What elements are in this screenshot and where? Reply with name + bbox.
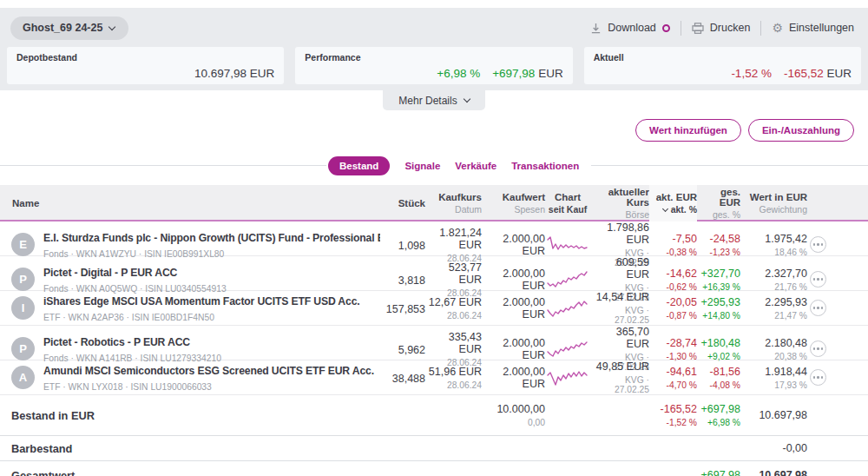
summary-depotbestand: Depotbestand 10.697,98 EUR	[7, 47, 284, 84]
avatar: E	[11, 233, 35, 256]
instrument-meta: Fonds · WKN A1WZYU · ISIN IE00B991XL80	[43, 249, 224, 259]
gewichtung-value: 18,46 %	[740, 248, 807, 257]
chevron-down-icon	[108, 23, 115, 30]
mehr-details-button[interactable]: Mehr Details	[383, 90, 484, 110]
gear-icon: ⚙	[772, 22, 783, 34]
footer-label: Bestand in EUR	[0, 409, 380, 422]
sum-wert: 10.697,98	[740, 409, 807, 421]
portfolio-header: Ghost_69 24-25 Download	[0, 8, 868, 90]
ges-pct-value: -4,08 %	[697, 380, 740, 390]
boerse-label: KVG · 27.02.25	[590, 375, 649, 394]
print-button[interactable]: Drucken	[692, 22, 751, 34]
akt-eur-value: -94,61	[649, 366, 697, 378]
akt-eur-value: -28,74	[649, 337, 697, 349]
kaufwert-value: 2.000,00 EUR	[482, 366, 545, 390]
download-label: Download	[608, 22, 656, 34]
gewichtung-value: 21,47 %	[740, 311, 807, 321]
aktueller-kurs-value: 365,70 EUR	[590, 326, 649, 350]
stueck-value: 38,488	[392, 373, 425, 385]
tab-transaktionen[interactable]: Transaktionen	[511, 161, 579, 171]
table-row[interactable]: I iShares Edge MSCI USA Momentum Factor …	[0, 291, 868, 326]
summary-label: Aktuell	[594, 52, 852, 63]
ges-eur-value: +295,93	[697, 296, 740, 308]
row-menu-button[interactable]	[810, 236, 826, 253]
instrument-name: Amundi MSCI Semiconductors ESG Screened …	[43, 365, 374, 377]
kauf-datum: 28.06.24	[425, 311, 482, 321]
performance-value: +6,98 %+697,98 EUR	[305, 67, 562, 80]
printer-icon	[692, 23, 704, 34]
col-header-kaufkurs[interactable]: KaufkursDatum	[425, 185, 482, 221]
table-row[interactable]: A Amundi MSCI Semiconductors ESG Screene…	[0, 360, 868, 395]
gewichtung-value: 21,76 %	[740, 282, 807, 292]
footer-label: Gesamtwert	[0, 469, 380, 476]
notification-dot-icon	[662, 24, 670, 32]
instrument-meta: ETF · WKN A2AP36 · ISIN IE00BD1F4N50	[43, 313, 214, 322]
instrument-meta: ETF · WKN LYX018 · ISIN LU1900066033	[43, 382, 212, 392]
divider	[760, 21, 761, 36]
avatar: P	[11, 337, 35, 360]
col-header-wert[interactable]: Wert in EURGewichtung	[740, 185, 807, 221]
portfolio-name: Ghost_69 24-25	[23, 22, 102, 34]
col-header-kaufwert[interactable]: KaufwertSpesen	[482, 185, 545, 221]
col-header-ges-eur[interactable]: ges. EURges. %	[697, 185, 740, 221]
avatar: P	[11, 268, 35, 291]
col-header-akt-eur[interactable]: akt. EURakt. %	[649, 185, 697, 221]
gewichtung-value: 20,38 %	[740, 352, 807, 361]
wert-value: 2.295,93	[740, 296, 807, 308]
col-header-stueck[interactable]: Stück	[380, 185, 425, 221]
col-header-aktueller-kurs[interactable]: aktueller KursBörse	[590, 185, 649, 221]
settings-label: Einstellungen	[789, 22, 854, 34]
instrument-name: iShares Edge MSCI USA Momentum Factor UC…	[43, 295, 360, 307]
kaufkurs-value: 335,43 EUR	[425, 331, 482, 355]
sparkline-chart	[547, 270, 589, 289]
row-menu-button[interactable]	[810, 271, 826, 288]
col-header-chart[interactable]: Chartseit Kauf	[545, 185, 590, 221]
wert-hinzufuegen-button[interactable]: Wert hinzufügen	[635, 119, 741, 142]
settings-button[interactable]: ⚙ Einstellungen	[772, 22, 854, 34]
portfolio-selector[interactable]: Ghost_69 24-25	[10, 17, 128, 40]
actions-row: Wert hinzufügen Ein-/Auszahlung	[0, 110, 868, 147]
footer-barbestand-row: Barbestand -0,00	[0, 436, 868, 461]
instrument-name: Pictet - Robotics - P EUR ACC	[43, 336, 190, 348]
table-row[interactable]: P Pictet - Digital - P EUR ACC Fonds · W…	[0, 256, 868, 291]
akt-pct-value: -0,87 %	[649, 311, 697, 321]
col-header-name[interactable]: Name	[0, 185, 380, 221]
row-menu-button[interactable]	[810, 340, 826, 357]
wert-value: 1.975,42	[740, 233, 807, 245]
tab-bestand[interactable]: Bestand	[328, 156, 390, 175]
ges-eur-value: -24,58	[697, 233, 740, 245]
row-menu-button[interactable]	[810, 369, 826, 386]
wert-value: 1.918,44	[740, 366, 807, 378]
mehr-details-label: Mehr Details	[398, 95, 457, 107]
sum-akt-eur: -165,52	[649, 403, 697, 415]
row-menu-button[interactable]	[810, 300, 826, 316]
sparkline-chart	[547, 368, 589, 387]
summary-aktuell: Aktuell -1,52 %-165,52 EUR	[584, 47, 861, 84]
table-row[interactable]: P Pictet - Robotics - P EUR ACC Fonds · …	[0, 326, 868, 360]
footer-label: Barbestand	[0, 442, 380, 455]
download-button[interactable]: Download	[590, 22, 670, 34]
sparkline-chart	[547, 299, 589, 318]
table-row[interactable]: E E.I. Sturdza Funds plc - Nippon Growth…	[0, 221, 868, 256]
kauf-datum: 28.06.24	[425, 380, 482, 390]
sparkline-chart	[547, 235, 589, 255]
akt-pct-value: -0,62 %	[649, 282, 697, 292]
ges-eur-value: +327,70	[697, 268, 740, 280]
ges-pct-value: +16,39 %	[697, 282, 740, 292]
akt-pct-value: -0,38 %	[649, 248, 697, 257]
stueck-value: 3,818	[398, 274, 425, 287]
divider	[681, 21, 681, 36]
chevron-down-icon	[463, 96, 470, 102]
ein-auszahlung-button[interactable]: Ein-/Auszahlung	[748, 119, 854, 142]
summary-performance: Performance +6,98 %+697,98 EUR	[295, 47, 572, 84]
depot-value: 10.697,98 EUR	[16, 67, 274, 80]
gewichtung-value: 17,93 %	[740, 380, 807, 390]
tab-signale[interactable]: Signale	[404, 161, 440, 171]
tab-verkaeufe[interactable]: Verkäufe	[455, 161, 496, 171]
barbestand-wert: -0,00	[740, 442, 807, 454]
stueck-value: 157,853	[386, 303, 425, 315]
akt-pct-value: -1,30 %	[649, 352, 697, 361]
kaufwert-value: 2.000,00 EUR	[482, 233, 545, 257]
tabstrip: Bestand Signale Verkäufe Transaktionen	[326, 155, 591, 177]
akt-pct-value: -4,70 %	[649, 380, 697, 390]
